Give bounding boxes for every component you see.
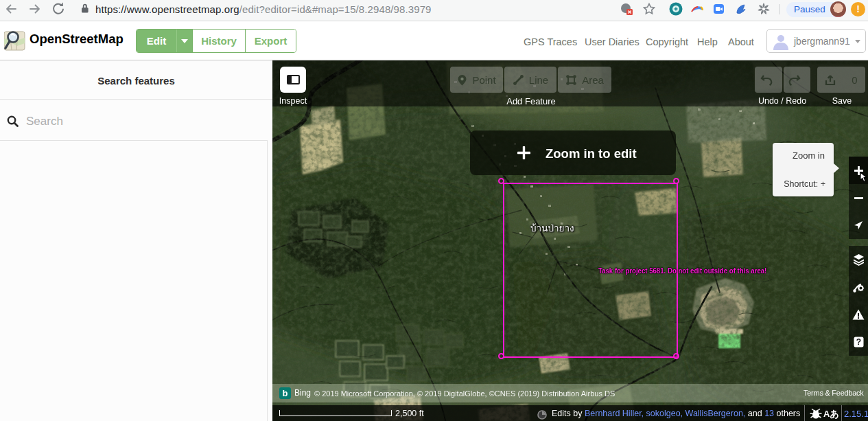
svg-text:?: ? xyxy=(856,337,860,347)
